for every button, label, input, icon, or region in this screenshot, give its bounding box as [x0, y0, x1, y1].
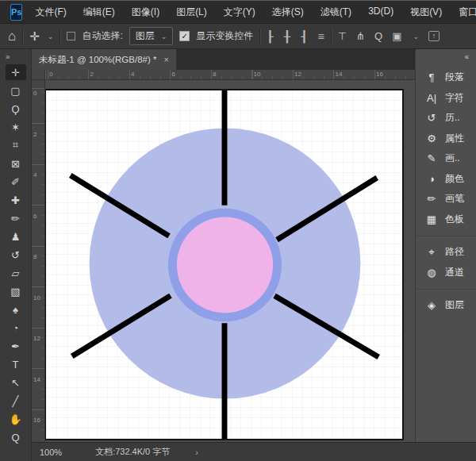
menu-item[interactable]: 滤镜(T) — [321, 6, 351, 19]
panel-item-color[interactable]: ◑颜色 — [416, 169, 476, 190]
character-panel-icon: A| — [424, 92, 439, 104]
tool-crop-icon[interactable]: ⌗ — [6, 137, 26, 153]
tool-rectangular-marquee-icon[interactable]: ▢ — [6, 83, 26, 98]
align-top-icon[interactable]: ⊤ — [338, 30, 347, 42]
panel-item-brush-settings[interactable]: ✎画.. — [416, 148, 476, 169]
tool-magic-wand-icon[interactable]: ✶ — [6, 119, 26, 135]
tool-clone-stamp-icon[interactable]: ♟ — [6, 229, 26, 244]
show-transform-checkbox[interactable]: ✓ — [179, 31, 190, 41]
panel-item-swatches[interactable]: ▦色板 — [416, 209, 476, 230]
document-tab-title: 未标题-1 @ 100%(RGB/8#) * — [39, 54, 156, 66]
history-panel-icon: ↺ — [424, 112, 439, 124]
paths-panel-icon: ⌖ — [424, 246, 439, 259]
separator — [22, 29, 23, 44]
panel-dock: « ¶段落A|字符↺历..⚙属性✎画..◑颜色✏画笔▦色板⌖路径◍通道◈图层 — [415, 49, 476, 442]
separator — [331, 29, 332, 44]
panel-item-history[interactable]: ↺历.. — [416, 108, 476, 129]
ruler-tick-label: 8 — [213, 71, 216, 78]
chevron-down-icon: ⌄ — [161, 33, 167, 40]
panel-item-character[interactable]: A|字符 — [416, 88, 476, 109]
panel-item-properties[interactable]: ⚙属性 — [416, 129, 476, 149]
tool-gradient-icon[interactable]: ▧ — [6, 283, 26, 299]
canvas-viewport[interactable] — [45, 80, 415, 442]
tools-collapse-icon[interactable]: » — [0, 49, 31, 63]
tool-history-brush-icon[interactable]: ↺ — [6, 247, 26, 263]
workspace-icon[interactable]: ▣ — [392, 30, 401, 42]
tool-frame-icon[interactable]: ⊠ — [6, 156, 26, 171]
panel-item-channels[interactable]: ◍通道 — [416, 263, 476, 283]
document-tab-bar: 未标题-1 @ 100%(RGB/8#) * × — [32, 49, 415, 70]
menu-item[interactable]: 窗口 — [459, 6, 476, 19]
horizontal-ruler: 0246810121416 — [45, 70, 415, 80]
menu-item[interactable]: 图层(L) — [176, 6, 207, 19]
menu-item[interactable]: 视图(V) — [410, 6, 442, 19]
share-icon[interactable]: ↑ — [428, 31, 440, 41]
menu-item[interactable]: 文字(Y) — [224, 6, 255, 19]
status-chevron-icon[interactable]: › — [195, 448, 198, 457]
brushes-panel-icon: ✏ — [424, 193, 439, 205]
tool-eyedropper-icon[interactable]: ✐ — [6, 174, 26, 190]
tool-zoom-icon[interactable]: Q — [6, 429, 26, 445]
inner-pink-circle-shape — [177, 217, 273, 313]
tool-healing-brush-icon[interactable]: ✚ — [6, 192, 26, 208]
panel-group: ⌖路径◍通道 — [416, 236, 476, 287]
show-transform-label: 显示变换控件 — [196, 29, 253, 43]
document-canvas[interactable] — [45, 89, 404, 440]
swatches-panel-icon: ▦ — [424, 213, 439, 225]
channels-panel-icon: ◍ — [424, 267, 439, 279]
menu-item[interactable]: 编辑(E) — [83, 6, 115, 19]
menu-item[interactable]: 图像(I) — [132, 6, 159, 19]
menu-item[interactable]: 3D(D) — [368, 6, 393, 19]
ruler-tick-label: 6 — [33, 213, 36, 220]
tool-type-icon[interactable]: T — [6, 356, 26, 372]
distribute-icon[interactable]: ≡ — [318, 30, 324, 43]
align-center-icon[interactable]: ╂ — [284, 30, 290, 43]
panel-item-paragraph[interactable]: ¶段落 — [416, 67, 476, 88]
align-right-icon[interactable]: ┨ — [301, 30, 307, 43]
tool-blur-icon[interactable]: ♠ — [6, 302, 26, 317]
panel-label: 颜色 — [445, 172, 464, 186]
tool-move-icon[interactable]: ✛ — [6, 64, 26, 80]
ruler-tick-label: 16 — [376, 71, 383, 78]
tool-path-selection-icon[interactable]: ↖ — [6, 375, 26, 390]
menu-item[interactable]: 选择(S) — [272, 6, 304, 19]
tools-panel: » ✛▢Ϙ✶⌗⊠✐✚✏♟↺▱▧♠◔✒T↖╱✋Q — [0, 49, 32, 461]
options-right-icons: ⊤ ⋔ Q ▣ ⌄ ↑ — [338, 30, 440, 42]
layers-panel-icon: ◈ — [424, 299, 439, 311]
align-left-icon[interactable]: ┠ — [267, 30, 273, 43]
ruler-tick-label: 12 — [33, 335, 40, 342]
tool-pen-icon[interactable]: ✒ — [6, 338, 26, 354]
tool-brush-icon[interactable]: ✏ — [6, 210, 26, 226]
ruler-tick-label: 14 — [33, 376, 40, 383]
distribute-vertical-icon[interactable]: ⋔ — [356, 30, 365, 42]
tool-lasso-icon[interactable]: Ϙ — [6, 101, 26, 117]
ruler-tick-label: 10 — [33, 294, 40, 302]
align-buttons: ┠ ╂ ┨ ≡ — [267, 30, 324, 43]
chevron-down-icon: ⌄ — [413, 33, 419, 40]
tab-close-icon[interactable]: × — [163, 55, 168, 64]
panel-collapse-icon[interactable]: « — [416, 49, 476, 66]
tool-dodge-icon[interactable]: ◔ — [6, 320, 26, 336]
panel-item-layers[interactable]: ◈图层 — [416, 295, 476, 316]
status-bar: 100% 文档:732.4K/0 字节 › — [32, 442, 476, 461]
search-icon[interactable]: Q — [374, 30, 382, 42]
panel-label: 段落 — [445, 71, 464, 84]
tool-eraser-icon[interactable]: ▱ — [6, 265, 26, 281]
tool-hand-icon[interactable]: ✋ — [6, 411, 26, 427]
zoom-level-field[interactable]: 100% — [40, 448, 62, 457]
chevron-down-icon[interactable]: ⌄ — [48, 33, 54, 40]
separator — [60, 29, 60, 44]
menu-item[interactable]: 文件(F) — [35, 6, 66, 19]
ruler-tick-label: 16 — [33, 417, 40, 424]
panel-item-brushes[interactable]: ✏画笔 — [416, 189, 476, 209]
tool-line-icon[interactable]: ╱ — [6, 393, 26, 409]
home-icon[interactable]: ⌂ — [8, 29, 16, 43]
document-tab[interactable]: 未标题-1 @ 100%(RGB/8#) * × — [32, 49, 176, 70]
ruler-tick-label: 0 — [49, 71, 52, 78]
panel-label: 图层 — [445, 298, 464, 312]
move-tool-preset-icon[interactable]: ✛ — [29, 30, 40, 42]
panel-item-paths[interactable]: ⌖路径 — [416, 242, 476, 263]
panel-label: 路径 — [445, 245, 464, 259]
auto-select-checkbox[interactable] — [67, 32, 75, 40]
auto-select-target-dropdown[interactable]: 图层 ⌄ — [129, 27, 174, 45]
